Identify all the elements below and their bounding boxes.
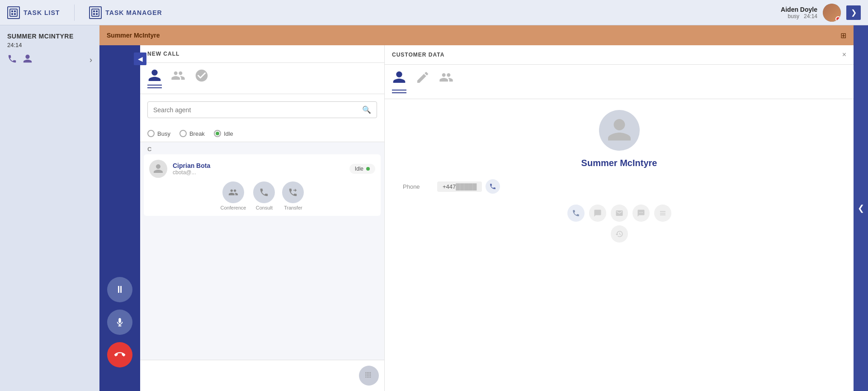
tab-customer-profile[interactable] bbox=[392, 70, 406, 93]
customer-call-btn[interactable] bbox=[567, 205, 585, 222]
dark-strip: ⏸ bbox=[99, 45, 140, 391]
svg-rect-2 bbox=[11, 13, 13, 15]
status-badge bbox=[835, 16, 841, 22]
phone-value: +447█████ bbox=[437, 181, 482, 192]
caller-timer: 24:14 bbox=[7, 42, 92, 48]
caller-action-icons bbox=[7, 54, 33, 66]
nav-arrow[interactable]: › bbox=[90, 55, 92, 65]
agent-email: cbota@... bbox=[173, 169, 344, 176]
conference-button[interactable] bbox=[222, 181, 244, 203]
task-list-icon bbox=[7, 6, 20, 19]
right-panel: CUSTOMER DATA × bbox=[384, 45, 854, 391]
filter-idle-label: Idle bbox=[224, 130, 233, 137]
svg-rect-3 bbox=[14, 10, 16, 12]
mute-button[interactable] bbox=[107, 310, 132, 335]
customer-email-btn[interactable] bbox=[611, 205, 628, 222]
contact-icon[interactable] bbox=[23, 54, 33, 66]
content-area: Summer McIntyre ⊞ ⏸ bbox=[99, 25, 854, 391]
left-panel: ⏸ ◀ bbox=[99, 45, 384, 391]
dialpad-area bbox=[140, 360, 384, 391]
task-manager-icon bbox=[89, 6, 102, 19]
avatar bbox=[823, 4, 841, 22]
customer-history-btn[interactable] bbox=[611, 225, 628, 243]
consult-button[interactable] bbox=[253, 181, 275, 203]
svg-rect-4 bbox=[14, 13, 16, 15]
expand-button[interactable]: ❯ bbox=[846, 5, 861, 20]
filter-idle[interactable]: Idle bbox=[214, 130, 233, 137]
customer-more-btn[interactable] bbox=[654, 205, 671, 222]
caller-nav: › bbox=[7, 54, 92, 66]
call-header-name: Summer McIntyre bbox=[107, 32, 160, 39]
new-call-title: NEW CALL bbox=[147, 51, 179, 57]
new-call-content: NEW CALL bbox=[140, 45, 384, 391]
filter-break-label: Break bbox=[189, 130, 205, 137]
new-call-header: NEW CALL bbox=[140, 45, 384, 63]
end-call-button[interactable] bbox=[107, 342, 132, 367]
transfer-label: Transfer bbox=[284, 205, 302, 210]
agent-section-c: C bbox=[144, 142, 381, 154]
filter-row: Busy Break Idle bbox=[140, 125, 384, 142]
task-manager-label: TASK MANAGER bbox=[105, 9, 162, 16]
agent-card-ciprian: Ciprian Bota cbota@... Idle bbox=[144, 154, 381, 216]
agent-list: C Ciprian B bbox=[140, 142, 384, 360]
pause-button[interactable]: ⏸ bbox=[107, 277, 132, 302]
customer-chat-btn[interactable] bbox=[589, 205, 606, 222]
user-name: Aiden Doyle bbox=[781, 6, 817, 13]
idle-radio[interactable] bbox=[214, 130, 221, 137]
phone-label: Phone bbox=[403, 183, 430, 190]
header-divider bbox=[74, 5, 75, 21]
agent-card-top: Ciprian Bota cbota@... Idle bbox=[149, 160, 375, 178]
user-info: Aiden Doyle busy 24:14 bbox=[781, 6, 817, 19]
call-header: Summer McIntyre ⊞ bbox=[99, 25, 854, 45]
right-collapse-button[interactable]: ❮ bbox=[854, 25, 868, 391]
conference-action: Conference bbox=[221, 181, 246, 210]
tab-multiple-agents[interactable] bbox=[171, 68, 185, 88]
agent-info: Ciprian Bota cbota@... bbox=[173, 162, 344, 176]
tab-single-agent[interactable] bbox=[147, 68, 162, 88]
busy-radio[interactable] bbox=[147, 130, 155, 137]
customer-avatar bbox=[599, 110, 640, 151]
consult-action: Consult bbox=[253, 181, 275, 210]
tab-all-agents[interactable] bbox=[194, 68, 209, 88]
svg-rect-1 bbox=[11, 10, 13, 12]
customer-sms-btn[interactable] bbox=[632, 205, 650, 222]
customer-name: Summer McIntyre bbox=[581, 158, 657, 168]
search-box: 🔍 bbox=[147, 101, 377, 118]
panels: ⏸ ◀ bbox=[99, 45, 854, 391]
new-call-tabs bbox=[140, 63, 384, 94]
transfer-button[interactable] bbox=[282, 181, 304, 203]
grid-icon[interactable]: ⊞ bbox=[840, 31, 846, 40]
caller-name: SUMMER MCINTYRE bbox=[7, 33, 92, 40]
search-area: 🔍 bbox=[140, 94, 384, 125]
collapse-panel-button[interactable]: ◀ bbox=[134, 52, 146, 65]
tab-customer-edit[interactable] bbox=[415, 70, 430, 93]
agent-actions: Conference Consult bbox=[149, 181, 375, 210]
tab-customer-contacts[interactable] bbox=[439, 70, 453, 93]
phone-icon[interactable] bbox=[7, 54, 17, 66]
dialpad-button[interactable] bbox=[359, 366, 379, 386]
consult-label: Consult bbox=[256, 205, 273, 210]
agent-name: Ciprian Bota bbox=[173, 162, 344, 169]
svg-rect-0 bbox=[10, 9, 17, 16]
svg-rect-7 bbox=[93, 13, 95, 15]
call-phone-button[interactable] bbox=[486, 179, 500, 194]
right-panel-header: CUSTOMER DATA × bbox=[385, 45, 854, 65]
task-list-label: TASK LIST bbox=[24, 9, 60, 16]
filter-break[interactable]: Break bbox=[179, 130, 205, 137]
main-layout: SUMMER MCINTYRE 24:14 › Summer Mc bbox=[0, 25, 868, 391]
idle-radio-dot bbox=[216, 132, 219, 135]
right-tab-icons bbox=[385, 65, 854, 99]
customer-data-close[interactable]: × bbox=[842, 51, 846, 59]
idle-status-dot bbox=[366, 167, 370, 171]
svg-rect-6 bbox=[93, 10, 95, 12]
user-area: Aiden Doyle busy 24:14 ❯ bbox=[781, 4, 861, 22]
agent-avatar bbox=[149, 160, 167, 178]
filter-busy[interactable]: Busy bbox=[147, 130, 170, 137]
customer-content: Summer McIntyre Phone +447█████ bbox=[385, 99, 854, 391]
break-radio[interactable] bbox=[179, 130, 187, 137]
svg-rect-5 bbox=[92, 9, 99, 16]
search-agent-input[interactable] bbox=[153, 106, 359, 114]
customer-action-icons bbox=[567, 205, 671, 222]
agent-status-badge: Idle bbox=[349, 164, 375, 174]
filter-busy-label: Busy bbox=[157, 130, 170, 137]
